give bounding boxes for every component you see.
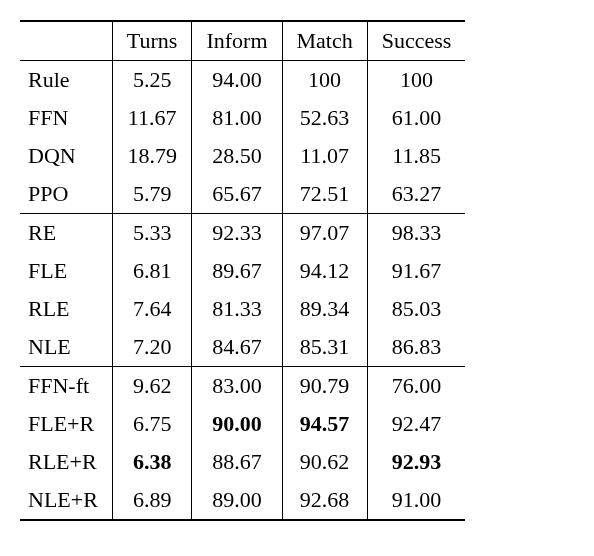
row-label: FFN bbox=[20, 99, 112, 137]
col-header-match: Match bbox=[282, 21, 367, 61]
row-label: FFN-ft bbox=[20, 367, 112, 406]
row-label: RE bbox=[20, 214, 112, 253]
cell-turns: 6.89 bbox=[112, 481, 192, 520]
cell-success: 100 bbox=[367, 61, 465, 100]
cell-match: 94.57 bbox=[282, 405, 367, 443]
cell-match: 92.68 bbox=[282, 481, 367, 520]
results-table: Turns Inform Match Success Rule5.2594.00… bbox=[20, 20, 465, 521]
row-label: NLE bbox=[20, 328, 112, 367]
cell-success: 86.83 bbox=[367, 328, 465, 367]
col-header-success: Success bbox=[367, 21, 465, 61]
cell-match: 85.31 bbox=[282, 328, 367, 367]
cell-turns: 6.75 bbox=[112, 405, 192, 443]
cell-turns: 5.79 bbox=[112, 175, 192, 214]
cell-turns: 11.67 bbox=[112, 99, 192, 137]
cell-turns: 6.81 bbox=[112, 252, 192, 290]
cell-match: 11.07 bbox=[282, 137, 367, 175]
cell-success: 91.67 bbox=[367, 252, 465, 290]
row-label: FLE+R bbox=[20, 405, 112, 443]
row-label: NLE+R bbox=[20, 481, 112, 520]
cell-inform: 83.00 bbox=[192, 367, 282, 406]
cell-match: 90.79 bbox=[282, 367, 367, 406]
cell-turns: 7.20 bbox=[112, 328, 192, 367]
cell-turns: 6.38 bbox=[112, 443, 192, 481]
cell-inform: 94.00 bbox=[192, 61, 282, 100]
cell-success: 76.00 bbox=[367, 367, 465, 406]
cell-success: 11.85 bbox=[367, 137, 465, 175]
row-label: Rule bbox=[20, 61, 112, 100]
cell-match: 52.63 bbox=[282, 99, 367, 137]
cell-match: 97.07 bbox=[282, 214, 367, 253]
cell-match: 100 bbox=[282, 61, 367, 100]
cell-match: 72.51 bbox=[282, 175, 367, 214]
cell-success: 63.27 bbox=[367, 175, 465, 214]
cell-inform: 89.00 bbox=[192, 481, 282, 520]
cell-match: 94.12 bbox=[282, 252, 367, 290]
cell-inform: 65.67 bbox=[192, 175, 282, 214]
col-header-inform: Inform bbox=[192, 21, 282, 61]
cell-inform: 89.67 bbox=[192, 252, 282, 290]
cell-turns: 9.62 bbox=[112, 367, 192, 406]
cell-match: 89.34 bbox=[282, 290, 367, 328]
cell-turns: 7.64 bbox=[112, 290, 192, 328]
cell-success: 98.33 bbox=[367, 214, 465, 253]
row-label: RLE bbox=[20, 290, 112, 328]
row-label: PPO bbox=[20, 175, 112, 214]
cell-turns: 18.79 bbox=[112, 137, 192, 175]
cell-success: 91.00 bbox=[367, 481, 465, 520]
cell-inform: 88.67 bbox=[192, 443, 282, 481]
row-label: DQN bbox=[20, 137, 112, 175]
col-header-turns: Turns bbox=[112, 21, 192, 61]
row-label: RLE+R bbox=[20, 443, 112, 481]
col-header-empty bbox=[20, 21, 112, 61]
cell-inform: 84.67 bbox=[192, 328, 282, 367]
cell-turns: 5.33 bbox=[112, 214, 192, 253]
cell-success: 85.03 bbox=[367, 290, 465, 328]
cell-inform: 90.00 bbox=[192, 405, 282, 443]
cell-inform: 92.33 bbox=[192, 214, 282, 253]
cell-success: 61.00 bbox=[367, 99, 465, 137]
cell-inform: 81.33 bbox=[192, 290, 282, 328]
row-label: FLE bbox=[20, 252, 112, 290]
cell-inform: 81.00 bbox=[192, 99, 282, 137]
cell-match: 90.62 bbox=[282, 443, 367, 481]
cell-success: 92.47 bbox=[367, 405, 465, 443]
cell-success: 92.93 bbox=[367, 443, 465, 481]
cell-turns: 5.25 bbox=[112, 61, 192, 100]
cell-inform: 28.50 bbox=[192, 137, 282, 175]
